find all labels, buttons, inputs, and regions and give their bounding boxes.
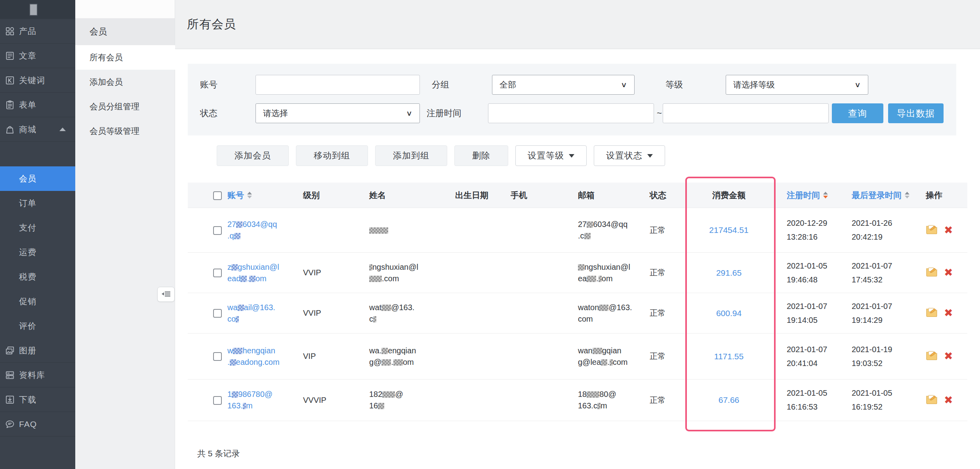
- censored-blur: [369, 276, 382, 282]
- sidebar-subitem-shipping[interactable]: 运费: [0, 240, 75, 265]
- name-cell: wa.engqiang@.om: [369, 334, 455, 379]
- delete-member-icon[interactable]: ✖: [944, 225, 953, 236]
- chevron-down-icon: ∨: [621, 81, 627, 89]
- submenu-item-add-member[interactable]: 添加会员: [75, 70, 175, 94]
- consume-amount-link[interactable]: 600.94: [716, 309, 742, 318]
- sidebar-item-mall[interactable]: 商城: [0, 117, 75, 142]
- sidebar-subitem-tax[interactable]: 税费: [0, 265, 75, 289]
- sidebar-item-forms[interactable]: 表单: [0, 93, 75, 117]
- submenu-item-member-groups[interactable]: 会员分组管理: [75, 94, 175, 119]
- phone-cell: [511, 253, 578, 293]
- member-row: zgshuxian@lead.omVVIPngshuxian@l.comngsh…: [188, 253, 967, 293]
- group-label: 分组: [432, 75, 449, 95]
- sidebar-item-library[interactable]: 资料库: [0, 363, 75, 387]
- col-header-ops: 操作: [921, 183, 967, 208]
- status-cell: 正常: [647, 334, 685, 379]
- status-cell: 正常: [647, 253, 685, 293]
- register-time-cell: 2021-01-0720:41:04: [772, 334, 852, 379]
- submenu-item-member-levels[interactable]: 会员等级管理: [75, 119, 175, 143]
- censored-blur: [373, 316, 376, 322]
- birth-cell: [455, 334, 511, 379]
- col-header-last[interactable]: 最后登录时间: [852, 183, 921, 208]
- censored-blur: [584, 233, 591, 239]
- sidebar-item-keywords[interactable]: 关键词: [0, 68, 75, 93]
- add-member-button[interactable]: 添加会员: [217, 145, 289, 166]
- account-link[interactable]: whengqian.eadong.com: [227, 345, 301, 368]
- level-cell: VVIP: [301, 253, 369, 293]
- edit-member-icon[interactable]: [926, 307, 938, 319]
- col-header-account[interactable]: 账号: [227, 183, 301, 208]
- submenu-item-all-members[interactable]: 所有会员: [75, 45, 175, 70]
- caret-down-icon: [569, 154, 574, 158]
- censored-blur: [230, 359, 236, 366]
- register-time-cell: 2021-01-0519:46:48: [772, 253, 852, 293]
- account-input[interactable]: [255, 75, 420, 95]
- move-to-group-button[interactable]: 移动到组: [296, 145, 368, 166]
- sidebar-subitem-orders[interactable]: 订单: [0, 191, 75, 215]
- censored-blur: [378, 403, 384, 409]
- account-link[interactable]: 1986780@163.m: [227, 389, 301, 412]
- sidebar-nav: 产品文章关键词表单商城会员订单支付运费税费促销评价图册资料库下载FAQ: [0, 19, 75, 437]
- sidebar-item-faq[interactable]: FAQ: [0, 412, 75, 437]
- add-to-group-button[interactable]: 添加到组: [375, 145, 447, 166]
- delete-member-icon[interactable]: ✖: [944, 267, 953, 278]
- secondary-sidebar-top: [75, 0, 175, 18]
- sidebar-subitem-members[interactable]: 会员: [0, 166, 75, 191]
- censored-blur: [610, 359, 613, 366]
- consume-amount-link[interactable]: 67.66: [719, 395, 740, 404]
- gallery-icon: [5, 345, 15, 356]
- delete-member-icon[interactable]: ✖: [944, 308, 953, 318]
- row-checkbox[interactable]: [213, 226, 222, 235]
- set-status-dropdown-button[interactable]: 设置状态: [594, 145, 665, 166]
- account-link[interactable]: 276034@qq.q: [227, 219, 301, 242]
- sidebar-subitem-reviews[interactable]: 评价: [0, 314, 75, 338]
- level-select[interactable]: 请选择等级 ∨: [726, 75, 868, 95]
- table-body: 276034@qq.q276034@qq.c正常217454.512020-12…: [188, 208, 967, 421]
- consume-amount-link[interactable]: 1171.55: [714, 352, 744, 361]
- censored-blur: [234, 233, 240, 239]
- sidebar-item-downloads[interactable]: 下载: [0, 387, 75, 412]
- delete-member-icon[interactable]: ✖: [944, 395, 953, 406]
- level-cell: VIP: [301, 334, 369, 379]
- status-select[interactable]: 请选择 ∨: [255, 103, 420, 123]
- row-checkbox[interactable]: [213, 269, 222, 277]
- page-header: 所有会员: [175, 0, 980, 49]
- library-icon: [5, 370, 15, 380]
- group-select[interactable]: 全部 ∨: [492, 75, 635, 95]
- sort-arrows-icon: [905, 192, 909, 198]
- set-level-dropdown-button[interactable]: 设置等级: [515, 145, 587, 166]
- sidebar-collapse-button[interactable]: [157, 287, 175, 302]
- search-button[interactable]: 查询: [832, 103, 883, 123]
- bulk-actions-bar: 添加会员移动到组添加到组删除设置等级设置状态: [217, 145, 980, 166]
- consume-amount-link[interactable]: 291.65: [716, 268, 742, 277]
- row-checkbox[interactable]: [213, 352, 222, 361]
- phone-cell: [511, 293, 578, 334]
- regtime-from-input[interactable]: [488, 103, 654, 123]
- sidebar-item-gallery[interactable]: 图册: [0, 338, 75, 363]
- account-label: 账号: [200, 75, 217, 95]
- sidebar-subitem-promotion[interactable]: 促销: [0, 289, 75, 314]
- email-cell: waton@163.com: [578, 293, 647, 334]
- edit-member-icon[interactable]: [926, 224, 938, 236]
- consume-amount-link[interactable]: 217454.51: [709, 225, 748, 234]
- edit-member-icon[interactable]: [926, 267, 938, 279]
- level-cell: VVIP: [301, 293, 369, 334]
- edit-member-icon[interactable]: [926, 394, 938, 406]
- article-icon: [5, 51, 15, 61]
- regtime-to-input[interactable]: [663, 103, 829, 123]
- account-link[interactable]: waail@163.co: [227, 302, 301, 325]
- table-header-row: 账号级别姓名出生日期手机邮箱状态消费金额注册时间最后登录时间操作: [188, 183, 967, 208]
- delete-member-icon[interactable]: ✖: [944, 351, 953, 362]
- row-checkbox[interactable]: [213, 309, 222, 318]
- sidebar-item-products[interactable]: 产品: [0, 19, 75, 44]
- export-data-button[interactable]: 导出数据: [888, 103, 944, 123]
- account-link[interactable]: zgshuxian@lead.om: [227, 261, 301, 284]
- select-all-checkbox[interactable]: [213, 191, 222, 200]
- col-header-reg[interactable]: 注册时间: [772, 183, 852, 208]
- edit-member-icon[interactable]: [926, 350, 938, 362]
- sidebar-item-articles[interactable]: 文章: [0, 44, 75, 68]
- censored-blur: [381, 348, 388, 354]
- delete-button[interactable]: 删除: [454, 145, 508, 166]
- sidebar-subitem-payment[interactable]: 支付: [0, 215, 75, 240]
- row-checkbox[interactable]: [213, 396, 222, 405]
